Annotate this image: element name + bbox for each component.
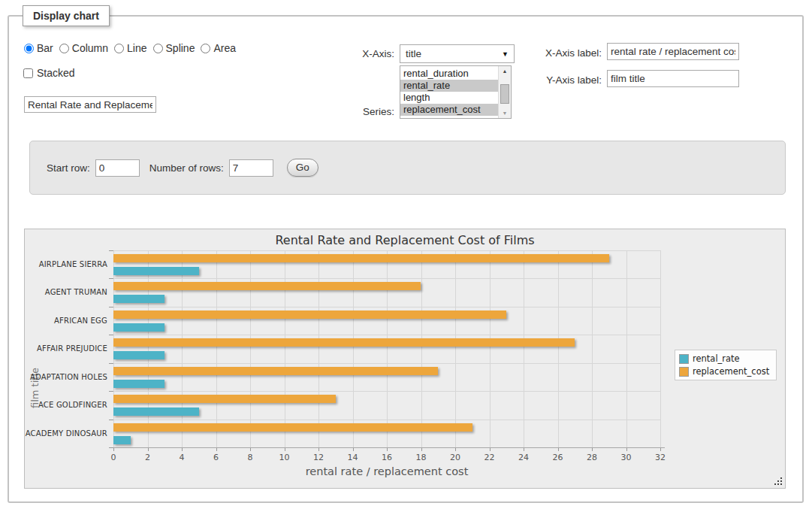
chart-type-radio-area[interactable]	[201, 44, 210, 53]
display-chart-fieldset: BarColumnLineSplineArea Stacked X-Axis: …	[8, 15, 804, 503]
x-axis-tick-label: 14	[342, 453, 364, 462]
chart-type-radio-bar[interactable]	[24, 44, 34, 53]
x-axis-tick-label: 8	[239, 453, 261, 462]
legend-item-rental_rate[interactable]: rental_rate	[679, 353, 769, 364]
x-axis-tick-label: 4	[171, 453, 193, 462]
series-option-rental_duration[interactable]: rental_duration	[400, 68, 498, 80]
series-listbox-label: Series:	[331, 106, 394, 117]
y-axis-category-label: ACE GOLDFINGER	[25, 401, 107, 409]
y-axis-category-label: AFRICAN EGG	[25, 317, 107, 325]
x-axis-label-label: X-Axis label:	[536, 47, 602, 59]
bar-rental_rate	[113, 267, 199, 275]
number-of-rows-input[interactable]	[229, 159, 273, 177]
gridline-vertical	[558, 250, 559, 447]
chart-type-option-column[interactable]: Column	[59, 42, 108, 54]
chart-type-radio-spline[interactable]	[153, 44, 163, 53]
x-axis-tick-label: 16	[376, 453, 398, 462]
x-axis-tick-label: 20	[444, 453, 466, 462]
go-button[interactable]: Go	[287, 159, 318, 177]
chart-type-label: Spline	[166, 42, 195, 54]
fieldset-legend: Display chart	[23, 5, 110, 26]
series-listbox[interactable]: rental_durationrental_ratelengthreplacem…	[400, 65, 512, 119]
x-axis-tick-label: 2	[137, 453, 159, 462]
gridline-horizontal	[113, 278, 660, 279]
chart-type-label: Bar	[37, 42, 53, 54]
chart-type-option-bar[interactable]: Bar	[24, 42, 53, 54]
chart-box: Rental Rate and Replacement Cost of Film…	[24, 229, 786, 489]
scrollbar-thumb[interactable]	[500, 84, 509, 104]
bar-rental_rate	[113, 323, 165, 332]
resize-grip-icon[interactable]	[774, 477, 783, 486]
series-option-rental_rate[interactable]: rental_rate	[400, 80, 498, 92]
bar-rental_rate	[113, 351, 165, 359]
gridline-horizontal	[113, 391, 660, 392]
x-axis-tick-label: 0	[102, 453, 125, 462]
chart-type-radio-line[interactable]	[114, 44, 124, 53]
chart-legend: rental_ratereplacement_cost	[675, 350, 777, 380]
chart-type-option-spline[interactable]: Spline	[153, 42, 195, 54]
gridline-vertical	[592, 250, 593, 447]
x-axis-line	[113, 447, 665, 448]
gridline-horizontal	[113, 307, 660, 308]
y-axis-label-input[interactable]	[607, 70, 739, 87]
x-axis-select[interactable]: title ▼	[400, 44, 515, 63]
scroll-up-icon[interactable]: ▲	[499, 68, 511, 74]
bar-rental_rate	[113, 407, 199, 416]
series-option-replacement_cost[interactable]: replacement_cost	[400, 104, 498, 116]
bar-replacement_cost	[113, 395, 336, 403]
page: Display chart BarColumnLineSplineArea St…	[0, 0, 812, 512]
x-axis-select-label: X-Axis:	[331, 48, 394, 59]
chevron-down-icon: ▼	[502, 50, 509, 58]
start-row-input[interactable]	[95, 159, 140, 177]
x-axis-tick-label: 22	[478, 453, 501, 462]
bar-rental_rate	[113, 380, 165, 388]
x-axis-tick	[387, 448, 388, 451]
gridline-vertical	[182, 250, 183, 447]
gridline-vertical	[387, 250, 388, 447]
gridline-vertical	[216, 250, 217, 447]
gridline-vertical	[490, 250, 491, 447]
chart-type-radio-column[interactable]	[59, 44, 69, 53]
legend-label: replacement_cost	[693, 366, 769, 377]
x-axis-title: rental rate / replacement cost	[113, 465, 660, 477]
series-options: rental_durationrental_ratelengthreplacem…	[400, 66, 498, 118]
bar-replacement_cost	[113, 282, 421, 290]
bar-rental_rate	[113, 295, 165, 303]
stacked-checkbox[interactable]	[23, 68, 33, 78]
gridline-vertical	[455, 250, 456, 447]
legend-swatch-rental_rate	[679, 354, 689, 364]
x-axis-tick-label: 26	[547, 453, 569, 462]
x-axis-select-value: title	[406, 48, 421, 59]
gridline-vertical	[250, 250, 251, 447]
x-axis-tick-label: 10	[273, 453, 296, 462]
x-axis-tick	[592, 448, 593, 451]
x-axis-tick	[285, 448, 285, 451]
y-axis-category-label: ADAPTATION HOLES	[25, 373, 107, 381]
gridline-vertical	[524, 250, 524, 447]
x-axis-tick-label: 6	[205, 453, 228, 462]
stacked-option[interactable]: Stacked	[23, 67, 75, 79]
x-axis-label-input[interactable]	[607, 43, 739, 60]
x-axis-tick	[660, 448, 661, 451]
series-option-length[interactable]: length	[400, 92, 498, 104]
chart-type-option-area[interactable]: Area	[201, 42, 236, 54]
x-axis-tick-label: 24	[512, 453, 535, 462]
legend-item-replacement_cost[interactable]: replacement_cost	[679, 366, 769, 377]
chart-title-input[interactable]	[24, 96, 156, 113]
gridline-horizontal	[113, 250, 660, 251]
gridline-vertical	[421, 250, 422, 447]
x-axis-tick-label: 12	[307, 453, 330, 462]
chart-type-option-line[interactable]: Line	[114, 42, 146, 54]
x-axis-tick-label: 18	[410, 453, 433, 462]
scroll-down-icon[interactable]: ▼	[499, 111, 511, 116]
y-axis-category-label: AIRPLANE SIERRA	[25, 260, 107, 268]
stacked-label: Stacked	[37, 67, 75, 79]
y-axis-category-label: AGENT TRUMAN	[25, 288, 107, 296]
gridline-vertical	[318, 250, 319, 447]
x-axis-tick-label: 32	[649, 453, 672, 462]
rows-panel: Start row: Number of rows: Go	[29, 141, 786, 195]
series-listbox-scrollbar[interactable]: ▲ ▼	[498, 66, 511, 118]
chart-type-label: Area	[213, 42, 236, 54]
x-axis-tick	[558, 448, 559, 451]
y-axis-category-label: ACADEMY DINOSAUR	[25, 429, 107, 438]
